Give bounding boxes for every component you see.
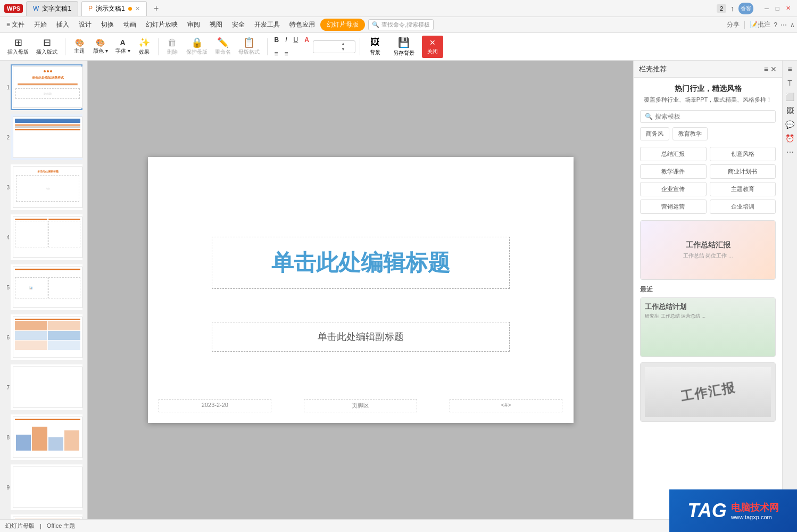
- ri-clock-btn[interactable]: ⏰: [784, 132, 796, 145]
- ri-image-btn[interactable]: 🖼: [784, 104, 796, 117]
- bg-btn[interactable]: 🖼 背景: [364, 36, 386, 58]
- menu-search[interactable]: 🔍 查找命令,搜索模板: [368, 19, 434, 30]
- menu-devtools[interactable]: 开发工具: [250, 19, 284, 31]
- tag-marketing[interactable]: 营销运营: [640, 200, 707, 214]
- maximize-btn[interactable]: □: [773, 4, 782, 13]
- close-window-btn[interactable]: ✕: [783, 4, 793, 13]
- hot-title: 热门行业，精选风格: [640, 84, 776, 94]
- doc-tab-2[interactable]: P 演示文稿1 ✕: [81, 1, 147, 16]
- tag-enterprise[interactable]: 企业宣传: [640, 182, 707, 196]
- tab-close-btn[interactable]: ✕: [135, 5, 140, 12]
- menu-slideshow[interactable]: 幻灯片放映: [142, 19, 182, 31]
- slide-thumb-7[interactable]: [11, 364, 82, 410]
- minimize-btn[interactable]: ─: [762, 4, 771, 13]
- rename-icon: ✏️: [217, 38, 229, 47]
- tab-business[interactable]: 商务风: [640, 127, 669, 140]
- slide-thumb-10[interactable]: [11, 514, 82, 519]
- slide-thumb-9[interactable]: [11, 464, 82, 510]
- theme-btn[interactable]: 🎨 主题: [70, 36, 89, 58]
- protect-icon: 🔒: [191, 38, 203, 47]
- font-size-up[interactable]: ▲: [340, 41, 346, 47]
- bold-btn[interactable]: B: [272, 34, 282, 46]
- menu-file[interactable]: ≡ 文件: [2, 19, 29, 31]
- slide-subtitle-placeholder[interactable]: 单击此处编辑副标题: [212, 322, 510, 352]
- theme-format-btn[interactable]: 📋 母版格式: [235, 36, 263, 58]
- menu-design[interactable]: 设计: [74, 19, 96, 31]
- template-search-box[interactable]: 🔍: [640, 110, 776, 123]
- window-controls: ─ □ ✕: [762, 4, 793, 13]
- template-card-3[interactable]: 工作汇报: [640, 362, 776, 422]
- doc-tab-1-icon: W: [33, 5, 39, 12]
- template-search-input[interactable]: [655, 113, 771, 120]
- template-card-2[interactable]: 工作总结计划 研究生 工作总结 运营总结 ...: [640, 297, 776, 357]
- share-btn[interactable]: 分享: [727, 20, 740, 29]
- menu-animation[interactable]: 动画: [119, 19, 140, 31]
- menu-view[interactable]: 视图: [205, 19, 227, 31]
- ri-text-btn[interactable]: T: [784, 77, 796, 89]
- panel-close-btn[interactable]: ✕: [770, 65, 777, 73]
- user-avatar[interactable]: 香客: [738, 3, 753, 14]
- watermark-cn: 电脑技术网: [731, 501, 779, 514]
- slide-thumb-4[interactable]: [11, 214, 82, 260]
- font-color-btn[interactable]: A: [302, 34, 312, 46]
- template-card-1[interactable]: 工作总结汇报 工作总结 岗位工作 ...: [640, 220, 776, 280]
- slide-title-placeholder[interactable]: 单击此处编辑标题: [212, 237, 510, 289]
- font-size-field[interactable]: 0: [313, 43, 340, 51]
- ri-shape-btn[interactable]: ⬜: [784, 90, 796, 103]
- tag-theme-edu[interactable]: 主题教育: [710, 182, 776, 196]
- footer-text[interactable]: 页脚区: [304, 399, 417, 412]
- align-right-btn[interactable]: ≡: [282, 47, 291, 60]
- protect-btn[interactable]: 🔒 保护母版: [183, 36, 211, 58]
- tag-summary[interactable]: 总结汇报: [640, 147, 707, 161]
- save-bg-label: 另存背景: [393, 49, 414, 57]
- more-btn[interactable]: ⋯: [781, 21, 787, 29]
- slide-thumb-8[interactable]: [11, 414, 82, 460]
- rename-btn[interactable]: ✏️ 重命名: [212, 36, 234, 58]
- menu-security[interactable]: 安全: [228, 19, 249, 31]
- tag-creative[interactable]: 创意风格: [710, 147, 776, 161]
- font-btn[interactable]: A 字体 ▾: [112, 36, 134, 58]
- color-btn[interactable]: 🎨 颜色 ▾: [90, 36, 111, 58]
- ri-filter-btn[interactable]: ≡: [784, 63, 796, 76]
- menu-transition[interactable]: 切换: [97, 19, 118, 31]
- font-size-down[interactable]: ▼: [340, 47, 346, 52]
- slide-thumb-6[interactable]: [11, 314, 82, 360]
- menu-review[interactable]: 审阅: [183, 19, 204, 31]
- slide-thumb-3[interactable]: 单击此处编辑标题 内容: [11, 164, 82, 210]
- panel-collapse-btn[interactable]: ≡: [764, 65, 768, 73]
- tag-business-plan[interactable]: 商业计划书: [710, 164, 776, 179]
- footer-page[interactable]: <#>: [450, 399, 563, 412]
- delete-btn[interactable]: 🗑 删除: [163, 36, 182, 58]
- ri-more-btn[interactable]: ⋯: [784, 146, 796, 159]
- effect-btn[interactable]: ✨ 效果: [135, 36, 154, 58]
- slide-thumb-2[interactable]: [11, 114, 82, 160]
- slide-thumb-1[interactable]: 单击此处添加标题样式 副标题: [11, 64, 82, 110]
- font-size-input[interactable]: 0 ▲ ▼: [313, 40, 355, 53]
- help-btn[interactable]: ?: [774, 21, 777, 29]
- save-bg-btn[interactable]: 💾 另存背景: [388, 36, 420, 58]
- tag-training[interactable]: 企业培训: [710, 200, 776, 214]
- comment-btn[interactable]: 📝批注: [750, 20, 770, 29]
- mini-header-2: [15, 119, 80, 123]
- underline-btn[interactable]: U: [291, 34, 301, 46]
- tab-education[interactable]: 教育教学: [673, 127, 708, 140]
- tag-grid: 总结汇报 创意风格 教学课件 商业计划书 企业宣传 主题教育 营销运营 企业培训: [640, 147, 776, 214]
- expand-btn[interactable]: ∧: [790, 21, 795, 29]
- doc-tab-1[interactable]: W 文字文稿1: [26, 1, 78, 16]
- tag-teaching[interactable]: 教学课件: [640, 164, 707, 179]
- italic-btn[interactable]: I: [283, 34, 289, 46]
- menu-insert[interactable]: 插入: [52, 19, 73, 31]
- align-left-btn[interactable]: ≡: [272, 47, 281, 60]
- upload-icon[interactable]: ↑: [730, 4, 734, 13]
- slide-num-3: 3: [2, 185, 10, 190]
- menu-slidemaster[interactable]: 幻灯片母版: [320, 19, 365, 31]
- slide-thumb-5[interactable]: 📊: [11, 264, 82, 310]
- menu-start[interactable]: 开始: [30, 19, 51, 31]
- insert-master-btn[interactable]: ⊞ 插入母版: [4, 36, 32, 58]
- menu-special[interactable]: 特色应用: [285, 19, 319, 31]
- ri-comment-btn[interactable]: 💬: [784, 118, 796, 131]
- footer-date[interactable]: 2023-2-20: [159, 399, 272, 412]
- close-master-btn[interactable]: ✕ 关闭: [422, 36, 443, 58]
- insert-layout-btn[interactable]: ⊟ 插入版式: [33, 36, 61, 58]
- add-tab-btn[interactable]: +: [150, 2, 163, 15]
